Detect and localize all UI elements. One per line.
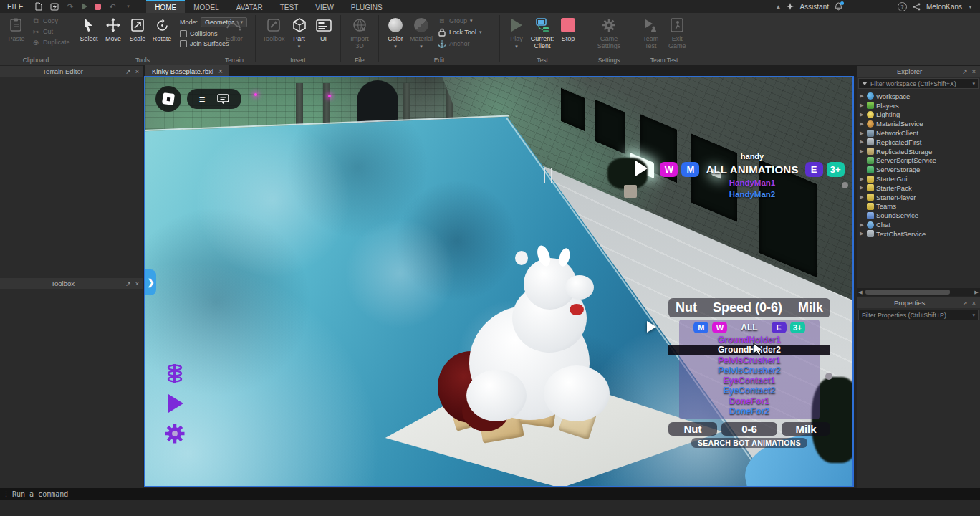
ui-button[interactable]: UI	[312, 15, 336, 44]
explorer-item-textchatservice[interactable]: ▶TextChatService	[857, 229, 980, 239]
animation-item[interactable]: DoneFor2	[729, 406, 769, 416]
current-client-button[interactable]: Current:Client	[529, 15, 556, 51]
handy-3plus-button[interactable]: 3+	[827, 162, 845, 177]
explorer-item-materialservice[interactable]: ▶MaterialService	[857, 119, 980, 128]
explorer-item-networkclient[interactable]: ▶NetworkClient	[857, 128, 980, 138]
popout-icon[interactable]: ↗	[125, 68, 131, 75]
rotate-tool-button[interactable]: Rotate	[150, 15, 174, 44]
animation-item[interactable]: EyeContact1	[724, 376, 776, 386]
explorer-item-workspace[interactable]: ▶Workspace	[857, 92, 980, 101]
explorer-item-chat[interactable]: ▶Chat	[857, 220, 980, 229]
open-file-icon[interactable]	[49, 1, 60, 11]
explorer-item-replicatedstorage[interactable]: ▶ReplicatedStorage	[857, 147, 980, 156]
file-menu[interactable]: FILE	[0, 3, 31, 11]
stop-button[interactable]: Stop	[556, 15, 580, 44]
close-icon[interactable]: ×	[972, 300, 976, 307]
animation-item[interactable]: HandyMan1	[729, 178, 776, 188]
close-icon[interactable]: ×	[135, 68, 139, 75]
explorer-item-serverscriptservice[interactable]: ServerScriptService	[857, 156, 980, 166]
settings-gear-icon[interactable]	[164, 423, 186, 444]
bot-3plus-button[interactable]: 3+	[790, 322, 805, 333]
properties-filter-input[interactable]: Filter Properties (Ctrl+Shift+P) ▾	[858, 310, 979, 320]
account-name[interactable]: MelonKans	[926, 3, 962, 11]
command-bar[interactable]: ⋮ Run a command	[0, 488, 980, 500]
explorer-item-soundservice[interactable]: SoundService	[857, 211, 980, 220]
bot-menu-milk-label[interactable]: Milk	[798, 300, 823, 315]
tab-view[interactable]: VIEW	[307, 0, 342, 13]
new-file-icon[interactable]	[33, 1, 44, 11]
tab-avatar[interactable]: AVATAR	[228, 0, 272, 13]
popout-icon[interactable]: ↗	[962, 68, 968, 75]
explorer-title: Explorer	[857, 67, 962, 75]
explorer-horizontal-scrollbar[interactable]: ◀▶	[857, 288, 980, 296]
bot-e-button[interactable]: E	[772, 322, 787, 333]
chat-toggle-icon[interactable]	[217, 94, 229, 105]
help-icon[interactable]: ?	[898, 2, 907, 11]
panel-toggle-arrow[interactable]: ❯	[145, 269, 156, 295]
explorer-item-starterpack[interactable]: ▶StarterPack	[857, 183, 980, 193]
tab-model[interactable]: MODEL	[185, 0, 228, 13]
lock-tool-button[interactable]: Lock Tool▾	[438, 28, 481, 37]
bot-menu-nut-label[interactable]: Nut	[676, 300, 697, 315]
character-red-accent	[570, 304, 584, 315]
stop-icon[interactable]	[95, 4, 101, 10]
collapse-ribbon-icon[interactable]: ▲	[776, 4, 782, 10]
tab-plugins[interactable]: PLUGINS	[342, 0, 391, 13]
command-input[interactable]: Run a command	[12, 490, 68, 498]
handy-m-button[interactable]: M	[681, 162, 699, 177]
explorer-item-startergui[interactable]: ▶StarterGui	[857, 174, 980, 183]
close-tab-icon[interactable]: ×	[218, 67, 223, 75]
animation-item[interactable]: GroundHolder1	[718, 335, 781, 345]
notifications-bell-icon[interactable]	[835, 2, 843, 11]
milk-button[interactable]: Milk	[782, 422, 830, 436]
roblox-menu-button[interactable]	[155, 86, 181, 112]
share-icon[interactable]	[913, 3, 921, 11]
bot-all-button[interactable]: ALL	[741, 322, 757, 333]
bot-w-button[interactable]: W	[712, 322, 727, 333]
animation-item[interactable]: PelvisCrusher2	[718, 366, 780, 376]
handy-menu-collapse-arrow[interactable]	[635, 161, 648, 176]
explorer-filter-input[interactable]: Filter workspace (Ctrl+Shift+X) ▾	[858, 78, 979, 89]
assistant-label[interactable]: Assistant	[799, 3, 829, 11]
search-bot-animations-button[interactable]: SEARCH BOT ANIMATIONS	[691, 438, 807, 448]
viewport-3d[interactable]: ≡ handy W M ALL ANIMATIONS E 3+ HandyMan…	[145, 77, 852, 486]
animation-item[interactable]: DoneFor1	[729, 396, 769, 406]
explorer-item-lighting[interactable]: ▶Lighting	[857, 110, 980, 120]
explorer-item-teams[interactable]: Teams	[857, 202, 980, 211]
explorer-item-replicatedfirst[interactable]: ▶ReplicatedFirst	[857, 138, 980, 147]
tab-home[interactable]: HOME	[146, 0, 185, 13]
drag-grip-icon[interactable]: ⋮	[0, 490, 12, 497]
handy-w-button[interactable]: W	[660, 162, 678, 177]
undo-icon[interactable]: ↶	[107, 1, 118, 11]
move-tool-button[interactable]: Move	[101, 15, 125, 44]
bot-menu-collapse-arrow[interactable]	[647, 321, 656, 333]
part-button[interactable]: Part▾	[287, 15, 312, 51]
animation-item[interactable]: EyeContact2	[724, 386, 776, 396]
bot-m-button[interactable]: M	[693, 322, 708, 333]
popout-icon[interactable]: ↗	[125, 280, 131, 287]
handy-e-button[interactable]: E	[805, 162, 823, 177]
document-tab[interactable]: Kinky Baseplate.rbxl ×	[145, 64, 229, 77]
explorer-item-serverstorage[interactable]: ServerStorage	[857, 165, 980, 174]
tab-test[interactable]: TEST	[272, 0, 307, 13]
speed-range-button[interactable]: 0-6	[721, 422, 777, 436]
explorer-item-starterplayer[interactable]: ▶StarterPlayer	[857, 193, 980, 202]
hamburger-menu-icon[interactable]: ≡	[199, 94, 206, 105]
animation-item[interactable]: PelvisCrusher1	[718, 355, 780, 366]
duplicate-button: ⊕Duplicate	[32, 38, 70, 47]
close-icon[interactable]: ×	[135, 280, 139, 287]
color-button[interactable]: Color▾	[383, 15, 408, 51]
scale-tool-button[interactable]: Scale	[125, 15, 150, 44]
nut-button[interactable]: Nut	[668, 422, 717, 436]
account-caret-icon[interactable]: ▼	[968, 4, 973, 9]
select-tool-button[interactable]: Select	[77, 15, 101, 44]
animation-item[interactable]: HandyMan2	[729, 190, 776, 200]
quick-access-caret-icon[interactable]: ▾	[123, 1, 134, 11]
explorer-item-players[interactable]: ▶Players	[857, 101, 980, 110]
rig-tool-icon[interactable]	[165, 363, 184, 384]
animation-item-selected[interactable]: GroundHolder2	[668, 345, 830, 355]
list-scrollbar-thumb[interactable]	[825, 373, 832, 380]
play-animation-icon[interactable]	[168, 394, 183, 413]
close-icon[interactable]: ×	[972, 68, 976, 75]
popout-icon[interactable]: ↗	[962, 300, 968, 307]
